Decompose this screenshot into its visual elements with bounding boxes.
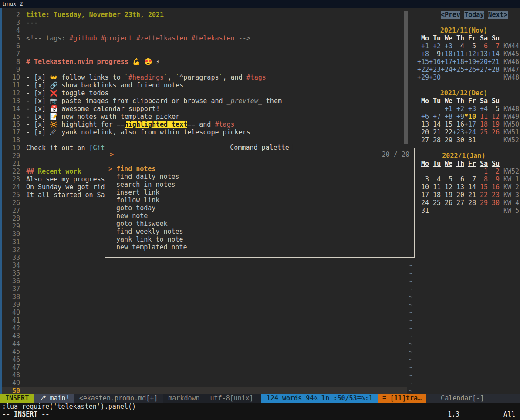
editor-line[interactable]: 36 (2, 277, 407, 285)
calendar-day[interactable]: +22 (417, 66, 429, 74)
editor-line[interactable]: 6 (2, 42, 407, 50)
editor-line[interactable]: 40 (2, 309, 407, 316)
calendar-day[interactable]: 23 (488, 191, 500, 199)
calendar-day[interactable]: +4 (476, 105, 488, 113)
editor-line[interactable]: 9 (2, 66, 407, 74)
calendar-day[interactable]: 4 (452, 42, 464, 50)
calendar-day[interactable]: +8 (441, 113, 452, 121)
calendar-day[interactable]: +25 (452, 66, 464, 74)
calendar-day[interactable]: 28 (429, 136, 441, 144)
editor-line[interactable]: 42 (2, 324, 407, 332)
editor-line[interactable]: 4 (2, 27, 407, 34)
calendar-day[interactable]: +6 (417, 113, 429, 121)
calendar-day[interactable]: +26 (464, 66, 476, 74)
palette-item[interactable]: new note (105, 212, 414, 220)
calendar-day[interactable]: 3 (417, 175, 429, 183)
palette-item[interactable]: yank link to note (105, 235, 414, 243)
calendar-day[interactable]: 17 (417, 191, 429, 199)
calendar-day[interactable]: 28 (464, 199, 476, 207)
editor-line[interactable]: 8# Telekasten.nvim progress 💪 😍 ⚡ (2, 58, 407, 66)
calendar-pane[interactable]: <Prev Today Next>2021/11(Nov)MoTuWeThFrS… (408, 8, 520, 394)
calendar-day[interactable]: +30 (429, 74, 441, 81)
calendar-day[interactable]: 5 (464, 42, 476, 50)
editor-line[interactable]: 17- [x] 🖊 yank notelink, also from wthin… (2, 128, 407, 136)
palette-item[interactable]: follow link (105, 196, 414, 204)
palette-item[interactable]: goto thisweek (105, 220, 414, 228)
calendar-day[interactable]: 21 (429, 128, 441, 136)
calendar-day[interactable]: 5 (488, 105, 500, 113)
calendar-day[interactable]: +16 (429, 58, 441, 66)
editor-line[interactable]: 39 (2, 301, 407, 309)
calendar-day[interactable]: +11 (452, 50, 464, 58)
calendar-day[interactable]: +29 (417, 74, 429, 81)
palette-item[interactable]: new templated note (105, 243, 414, 251)
calendar-day[interactable]: 29 (476, 199, 488, 207)
calendar-day[interactable]: +7 (429, 113, 441, 121)
calendar-day[interactable]: +21 (488, 58, 500, 66)
calendar-day[interactable]: 6 (476, 42, 488, 50)
calendar-day[interactable]: 14 (464, 183, 476, 191)
calendar-day[interactable]: 26 (488, 128, 500, 136)
calendar-day[interactable]: 24 (417, 199, 429, 207)
calendar-day[interactable]: 4 (429, 175, 441, 183)
calendar-day[interactable]: 25 (476, 128, 488, 136)
calendar-day[interactable]: 9 (429, 50, 441, 58)
editor-line[interactable]: 5<!-- tags: #github #project #zettelkast… (2, 34, 407, 42)
calendar-day[interactable]: *10 (464, 113, 476, 121)
calendar-day[interactable]: +18 (452, 58, 464, 66)
calendar-day[interactable]: +20 (476, 58, 488, 66)
editor-line[interactable]: 13- [x] 📷 paste images from clipboard or… (2, 97, 407, 105)
calendar-day[interactable]: 25 (429, 199, 441, 207)
calendar-day[interactable]: 1 (476, 168, 488, 175)
calendar-day[interactable]: 10 (417, 183, 429, 191)
calendar-day[interactable]: 26 (441, 199, 452, 207)
calendar-day[interactable]: 21 (464, 191, 476, 199)
calendar-day[interactable]: 14 (429, 121, 441, 128)
editor-line[interactable]: 15- [x] 📝 new notes with template picker (2, 113, 407, 121)
calendar-day[interactable]: 13 (452, 183, 464, 191)
editor-line[interactable]: 43 (2, 332, 407, 340)
calendar-day[interactable]: 29 (441, 136, 452, 144)
editor-line[interactable]: 45 (2, 348, 407, 356)
calendar-day[interactable]: 7 (464, 175, 476, 183)
calendar-day[interactable]: 22 (476, 191, 488, 199)
calendar-day[interactable]: +15 (417, 58, 429, 66)
editor-line[interactable]: 37 (2, 285, 407, 293)
calendar-day[interactable]: 7 (488, 42, 500, 50)
calendar-day[interactable]: 27 (452, 199, 464, 207)
calendar-day[interactable]: 30 (488, 199, 500, 207)
calendar-day[interactable]: 12 (488, 113, 500, 121)
calendar-day[interactable]: +23 (452, 128, 464, 136)
next-button[interactable]: Next> (488, 11, 507, 19)
editor-line[interactable]: 46 (2, 356, 407, 363)
today-button[interactable]: Today (464, 11, 484, 19)
calendar-day[interactable]: 15 (441, 121, 452, 128)
calendar-day[interactable]: 20 (452, 191, 464, 199)
calendar-day[interactable]: +27 (476, 66, 488, 74)
calendar-day[interactable]: 11 (476, 113, 488, 121)
scrollbar-thumb[interactable] (404, 11, 408, 144)
calendar-day[interactable]: +1 (441, 105, 452, 113)
calendar-day[interactable]: +24 (464, 128, 476, 136)
palette-item[interactable]: insert link (105, 188, 414, 196)
calendar-day[interactable]: 18 (476, 121, 488, 128)
calendar-day[interactable]: +17 (441, 58, 452, 66)
editor-line[interactable]: 3--- (2, 19, 407, 27)
editor-line[interactable]: 10- [x] 👐 follow links to `#headings`, `… (2, 74, 407, 81)
calendar-day[interactable]: 19 (441, 191, 452, 199)
editor-line[interactable]: 14- [x] 📅 awesome calendar support! (2, 105, 407, 113)
calendar-day[interactable]: +28 (488, 66, 500, 74)
calendar-day[interactable]: +2 (452, 105, 464, 113)
calendar-day[interactable]: 13 (417, 121, 429, 128)
calendar-day[interactable]: 20 (417, 128, 429, 136)
calendar-day[interactable]: +10 (441, 50, 452, 58)
calendar-day[interactable]: +14 (488, 50, 500, 58)
editor-line[interactable]: 41 (2, 316, 407, 324)
palette-item[interactable]: > find notes (105, 165, 414, 173)
calendar-day[interactable]: +13 (476, 50, 488, 58)
calendar-day[interactable]: 30 (452, 136, 464, 144)
calendar-day[interactable]: +19 (464, 58, 476, 66)
calendar-day[interactable]: 18 (429, 191, 441, 199)
editor-line[interactable]: 18 (2, 136, 407, 144)
calendar-day[interactable]: 5 (441, 175, 452, 183)
